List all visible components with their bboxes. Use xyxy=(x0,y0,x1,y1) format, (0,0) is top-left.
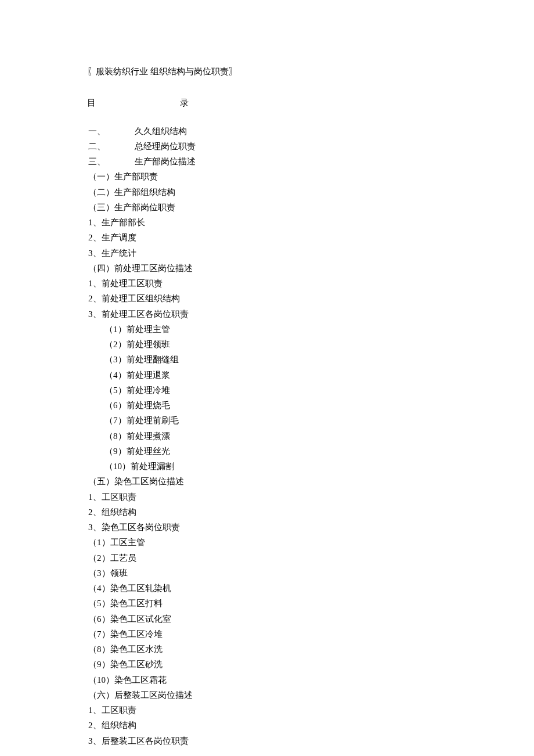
toc-item: 2、前处理工区组织结构 xyxy=(87,291,447,306)
toc-item: （二）生产部组织结构 xyxy=(87,185,447,200)
toc-item: （3）前处理翻缝组 xyxy=(87,352,447,367)
toc-item-text: 3、染色工区各岗位职责 xyxy=(88,523,180,532)
toc-item-text: （4）前处理退浆 xyxy=(104,370,170,380)
toc-item: （5）染色工区打料 xyxy=(87,596,447,611)
toc-item: （10）前处理漏割 xyxy=(87,459,447,474)
toc-item-text: （1）工区主管 xyxy=(88,538,145,547)
toc-item-text: 生产部岗位描述 xyxy=(135,157,196,166)
toc-item-text: （6）染色工区试化室 xyxy=(88,614,171,624)
toc-item-text: （7）染色工区冷堆 xyxy=(88,629,163,639)
toc-item: （8）前处理煮漂 xyxy=(87,429,447,444)
toc-heading-mu: 目 xyxy=(87,95,96,110)
toc-item-text: 总经理岗位职责 xyxy=(135,142,196,151)
toc-item-text: （一）生产部职责 xyxy=(88,172,158,181)
toc-item: （6）前处理烧毛 xyxy=(87,398,447,413)
toc-item-text: （六）后整装工区岗位描述 xyxy=(88,690,193,700)
toc-item-text: （7）前处理前刷毛 xyxy=(104,416,179,425)
toc-item: 1、工区职责 xyxy=(87,703,447,718)
toc-item: （9）染色工区砂洗 xyxy=(87,657,447,672)
toc-item-text: （2）前处理领班 xyxy=(104,340,170,349)
toc-item-text: （3）前处理翻缝组 xyxy=(104,355,179,364)
toc-item-text: 3、前处理工区各岗位职责 xyxy=(88,309,189,319)
toc-item-text: 3、后整装工区各岗位职责 xyxy=(88,736,189,746)
toc-item: （4）染色工区轧染机 xyxy=(87,581,447,596)
toc-item-text: 1、工区职责 xyxy=(88,492,136,502)
toc-item: （9）前处理丝光 xyxy=(87,444,447,459)
toc-item: 1、前处理工区职责 xyxy=(87,276,447,291)
toc-item: （1）前处理主管 xyxy=(87,322,447,337)
toc-item: （四）前处理工区岗位描述 xyxy=(87,261,447,276)
toc-item: 1、工区职责 xyxy=(87,489,447,505)
toc-item: 2、组织结构 xyxy=(87,718,447,733)
toc-item: （10）染色工区霜花 xyxy=(87,672,447,687)
toc-item: 3、染色工区各岗位职责 xyxy=(87,520,447,535)
toc-item-text: （9）前处理丝光 xyxy=(104,447,170,456)
toc-item-text: 1、生产部部长 xyxy=(88,218,145,227)
toc-item-text: 久久组织结构 xyxy=(135,127,187,136)
toc-item-text: 2、生产调度 xyxy=(88,233,136,242)
toc-item: （3）领班 xyxy=(87,566,447,581)
toc-heading: 目录 xyxy=(87,95,447,110)
toc-item: 一、久久组织结构 xyxy=(87,124,447,139)
toc-item-text: （8）染色工区水洗 xyxy=(88,645,163,654)
toc-item-text: 1、工区职责 xyxy=(88,705,136,715)
toc-item: （7）前处理前刷毛 xyxy=(87,413,447,428)
toc-heading-lu: 录 xyxy=(180,98,189,107)
toc-item: 2、组织结构 xyxy=(87,505,447,520)
toc-item-text: （10）前处理漏割 xyxy=(104,462,174,471)
toc-item: 2、生产调度 xyxy=(87,230,447,245)
toc-item-text: （8）前处理煮漂 xyxy=(104,431,170,441)
toc-item-text: （6）前处理烧毛 xyxy=(104,401,170,410)
toc-item-text: （10）染色工区霜花 xyxy=(88,675,167,685)
toc-item-text: （3）领班 xyxy=(88,568,128,578)
toc-item: （6）染色工区试化室 xyxy=(87,611,447,627)
toc-item: （4）前处理退浆 xyxy=(87,368,447,383)
toc-item: （五）染色工区岗位描述 xyxy=(87,474,447,489)
toc-item-text: （二）生产部组织结构 xyxy=(88,188,175,197)
toc-item: （一）生产部职责 xyxy=(87,169,447,184)
toc-item-number: 三、 xyxy=(88,154,135,169)
toc-item-text: 3、生产统计 xyxy=(88,249,136,258)
toc-item: （5）前处理冷堆 xyxy=(87,383,447,398)
toc-item: 三、生产部岗位描述 xyxy=(87,154,447,169)
toc-item-text: （4）染色工区轧染机 xyxy=(88,584,171,593)
toc-item: 3、后整装工区各岗位职责 xyxy=(87,733,447,748)
toc-item-text: （1）前处理主管 xyxy=(104,325,170,334)
toc-item: （三）生产部岗位职责 xyxy=(87,200,447,215)
toc-item-text: （四）前处理工区岗位描述 xyxy=(88,264,193,273)
toc-item: 1、生产部部长 xyxy=(87,215,447,230)
toc-item: 3、生产统计 xyxy=(87,246,447,261)
toc-item-text: （5）前处理冷堆 xyxy=(104,386,170,395)
toc-item: 二、总经理岗位职责 xyxy=(87,139,447,154)
document-title: 〖服装纺织行业 组织结构与岗位职责〗 xyxy=(87,64,447,79)
toc-item: （六）后整装工区岗位描述 xyxy=(87,687,447,703)
toc-item-text: 2、组织结构 xyxy=(88,721,136,730)
toc-item-text: 2、前处理工区组织结构 xyxy=(88,294,180,303)
toc-item-number: 一、 xyxy=(88,124,135,139)
toc-item-number: 二、 xyxy=(88,139,135,154)
toc-item: （7）染色工区冷堆 xyxy=(87,627,447,642)
toc-item: （2）工艺员 xyxy=(87,550,447,566)
toc-item-text: （五）染色工区岗位描述 xyxy=(88,477,184,486)
toc-item: 3、前处理工区各岗位职责 xyxy=(87,307,447,322)
toc-item-text: 2、组织结构 xyxy=(88,507,136,517)
toc-item-text: （9）染色工区砂洗 xyxy=(88,660,163,669)
toc-item: （2）前处理领班 xyxy=(87,337,447,352)
toc-item-text: 1、前处理工区职责 xyxy=(88,279,163,288)
toc-item-text: （5）染色工区打料 xyxy=(88,599,163,608)
toc-item: （1）工区主管 xyxy=(87,535,447,550)
toc-item: （8）染色工区水洗 xyxy=(87,642,447,657)
toc-item-text: （三）生产部岗位职责 xyxy=(88,203,175,212)
toc-item-text: （2）工艺员 xyxy=(88,553,136,563)
toc-list: 一、久久组织结构二、总经理岗位职责三、生产部岗位描述（一）生产部职责（二）生产部… xyxy=(87,124,447,748)
